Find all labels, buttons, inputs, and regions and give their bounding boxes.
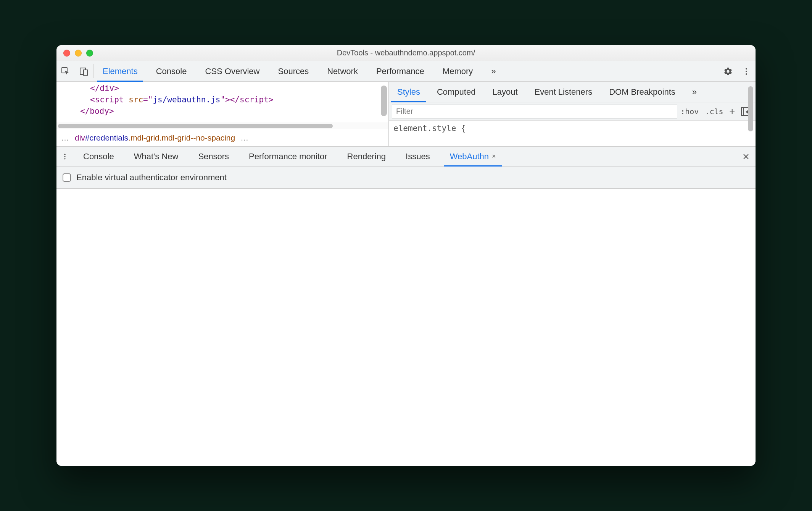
minimize-window-button[interactable] xyxy=(75,50,82,57)
toolbar-right xyxy=(719,61,756,81)
dom-tree-panel: </div> <script src="js/webauthn.js"></sc… xyxy=(56,82,389,146)
svg-point-8 xyxy=(64,158,65,159)
devtools-window: DevTools - webauthndemo.appspot.com/ Ele… xyxy=(56,45,756,466)
svg-rect-2 xyxy=(84,70,87,75)
tab-layout[interactable]: Layout xyxy=(484,82,526,102)
kebab-menu-button[interactable] xyxy=(737,67,756,76)
webauthn-empty-area xyxy=(56,189,756,466)
panel-scrollbar[interactable] xyxy=(748,86,753,131)
dom-source[interactable]: </div> <script src="js/webauthn.js"></sc… xyxy=(56,82,388,123)
more-styles-tabs[interactable]: » xyxy=(684,82,705,102)
svg-point-3 xyxy=(746,68,747,70)
svg-point-6 xyxy=(64,154,65,155)
drawer-tab-sensors[interactable]: Sensors xyxy=(188,147,239,166)
close-tab-icon[interactable]: × xyxy=(492,152,496,160)
tab-console[interactable]: Console xyxy=(147,61,196,81)
more-vert-icon xyxy=(742,67,751,76)
breadcrumb-ellipsis[interactable]: … xyxy=(240,133,249,142)
drawer-tab-issues[interactable]: Issues xyxy=(396,147,440,166)
device-toolbar-icon[interactable] xyxy=(75,61,93,81)
tab-elements[interactable]: Elements xyxy=(93,61,147,81)
svg-point-4 xyxy=(746,71,747,72)
tab-label: Sources xyxy=(278,66,309,76)
tab-label: Performance xyxy=(376,66,424,76)
webauthn-toolbar: Enable virtual authenticator environment xyxy=(56,167,756,189)
styles-tools: :hov .cls + xyxy=(680,106,756,117)
hover-toggle[interactable]: :hov xyxy=(680,107,699,116)
enable-virtual-authenticator-label: Enable virtual authenticator environment xyxy=(76,173,227,183)
elements-panel-split: </div> <script src="js/webauthn.js"></sc… xyxy=(56,82,756,147)
tab-styles[interactable]: Styles xyxy=(389,82,429,102)
chevron-right-icon: » xyxy=(491,66,496,76)
svg-point-5 xyxy=(746,73,747,75)
settings-button[interactable] xyxy=(719,67,737,76)
horizontal-scroll-track xyxy=(56,123,388,129)
drawer-menu-button[interactable] xyxy=(56,147,73,166)
tab-event-listeners[interactable]: Event Listeners xyxy=(526,82,601,102)
drawer-tab-console[interactable]: Console xyxy=(73,147,124,166)
drawer-tab-perfmon[interactable]: Performance monitor xyxy=(239,147,337,166)
gear-icon xyxy=(723,67,733,76)
tab-dom-breakpoints[interactable]: DOM Breakpoints xyxy=(601,82,684,102)
tab-computed[interactable]: Computed xyxy=(429,82,484,102)
tab-label: Network xyxy=(327,66,358,76)
close-window-button[interactable] xyxy=(63,50,70,57)
breadcrumb-ellipsis[interactable]: … xyxy=(61,133,69,142)
close-drawer-button[interactable] xyxy=(736,147,756,166)
svg-point-7 xyxy=(64,156,65,157)
main-tabbar: Elements Console CSS Overview Sources Ne… xyxy=(56,61,756,82)
window-titlebar: DevTools - webauthndemo.appspot.com/ xyxy=(56,45,756,61)
tab-network[interactable]: Network xyxy=(318,61,367,81)
styles-panel: Styles Computed Layout Event Listeners D… xyxy=(389,82,756,146)
drawer-tabbar: Console What's New Sensors Performance m… xyxy=(56,147,756,167)
tab-sources[interactable]: Sources xyxy=(269,61,318,81)
tab-label: Memory xyxy=(443,66,473,76)
more-tabs-button[interactable]: » xyxy=(482,61,505,81)
tab-memory[interactable]: Memory xyxy=(433,61,482,81)
chevron-right-icon: » xyxy=(692,87,697,97)
tab-label: Console xyxy=(156,66,187,76)
window-controls xyxy=(56,50,93,57)
horizontal-scrollbar[interactable] xyxy=(58,124,333,128)
drawer-tab-rendering[interactable]: Rendering xyxy=(337,147,396,166)
drawer-tab-whatsnew[interactable]: What's New xyxy=(124,147,188,166)
breadcrumb-node[interactable]: div#credentials.mdl-grid.mdl-grid--no-sp… xyxy=(75,133,235,142)
close-icon xyxy=(743,153,749,160)
tab-label: CSS Overview xyxy=(205,66,259,76)
cls-toggle[interactable]: .cls xyxy=(705,107,723,116)
drawer-tab-webauthn[interactable]: WebAuthn × xyxy=(440,147,506,166)
styles-tabbar: Styles Computed Layout Event Listeners D… xyxy=(389,82,756,102)
styles-filter-input[interactable] xyxy=(392,105,677,118)
window-title: DevTools - webauthndemo.appspot.com/ xyxy=(56,49,756,57)
dom-breadcrumb[interactable]: … div#credentials.mdl-grid.mdl-grid--no-… xyxy=(56,129,388,146)
tab-performance[interactable]: Performance xyxy=(367,61,433,81)
styles-filter-row: :hov .cls + xyxy=(389,102,756,121)
maximize-window-button[interactable] xyxy=(86,50,93,57)
tab-label: Elements xyxy=(103,66,138,76)
new-style-rule-button[interactable]: + xyxy=(730,106,735,117)
more-vert-icon xyxy=(61,153,69,160)
inspect-element-icon[interactable] xyxy=(56,61,75,81)
styles-body[interactable]: element.style { xyxy=(389,121,756,136)
vertical-scrollbar[interactable] xyxy=(381,86,387,116)
enable-virtual-authenticator-checkbox[interactable] xyxy=(63,173,71,182)
tab-css-overview[interactable]: CSS Overview xyxy=(196,61,269,81)
